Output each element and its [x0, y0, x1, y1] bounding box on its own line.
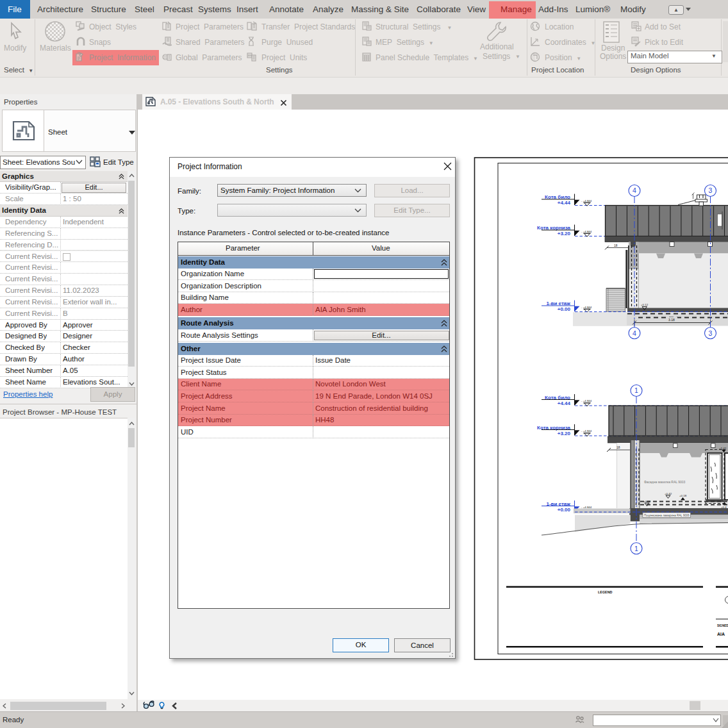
svg-text:+3.20: +3.20	[558, 431, 571, 436]
svg-text:+3.20: +3.20	[558, 231, 571, 236]
svg-text:+0.12: +0.12	[641, 303, 649, 306]
svg-text:+4.44: +4.44	[558, 200, 571, 206]
svg-text:+0.18: +0.18	[679, 494, 687, 497]
svg-text:+0.00: +0.00	[558, 306, 571, 312]
svg-text:18: 18	[616, 446, 620, 449]
svg-text:+0.4: +0.4	[721, 506, 727, 509]
svg-text:- +4.844: - +4.844	[581, 199, 592, 203]
svg-text:4: 4	[633, 329, 636, 337]
svg-text:SIGNED: SIGNED	[717, 624, 728, 627]
svg-text:+2.42: +2.42	[719, 447, 727, 450]
svg-text:LEGEND: LEGEND	[598, 590, 613, 594]
svg-text:+0.00: +0.00	[558, 507, 571, 513]
svg-text:+0.42: +0.42	[665, 492, 672, 495]
svg-text:18: 18	[614, 244, 618, 247]
svg-text:1: 1	[634, 545, 638, 552]
svg-text:- +4.844: - +4.844	[581, 230, 592, 233]
svg-text:Фасадна мазилка RAL 9003: Фасадна мазилка RAL 9003	[644, 480, 686, 484]
svg-text:3: 3	[709, 186, 713, 194]
svg-text:+0.12: +0.12	[643, 500, 651, 503]
svg-text:- +4.844: - +4.844	[581, 429, 592, 433]
svg-text:- +4.844: - +4.844	[581, 306, 592, 309]
svg-text:Поцинкована ламарина RAL 9006: Поцинкована ламарина RAL 9006	[644, 514, 690, 517]
svg-text:- +4.844: - +4.844	[581, 399, 592, 402]
svg-text:1: 1	[634, 386, 638, 394]
svg-text:3.18: 3.18	[668, 318, 675, 322]
svg-text:+4.44: +4.44	[558, 401, 571, 406]
svg-text:4: 4	[633, 186, 636, 194]
svg-text:AIA: AIA	[717, 632, 725, 636]
svg-text:3: 3	[709, 329, 713, 337]
